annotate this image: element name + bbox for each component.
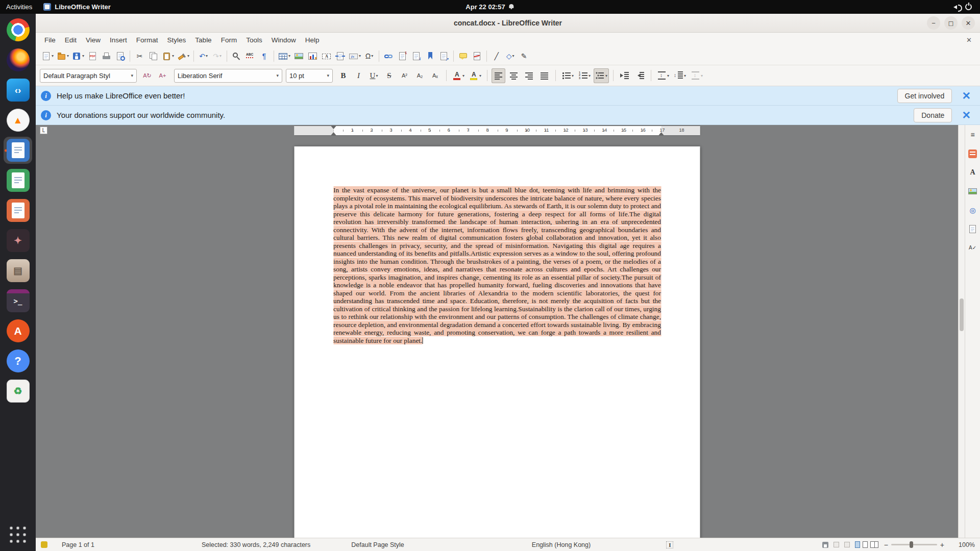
menu-tools[interactable]: Tools <box>241 34 267 46</box>
find-and-replace[interactable] <box>230 48 243 63</box>
align-center[interactable] <box>507 68 521 83</box>
libreoffice-calc-dock-item[interactable] <box>4 167 32 194</box>
document-page[interactable]: In the vast expanse of the universe, our… <box>294 146 700 538</box>
paragraph[interactable]: In the vast expanse of the universe, our… <box>333 186 661 344</box>
export-pdf[interactable] <box>86 48 100 63</box>
paragraph-spacing[interactable]: ▾ <box>655 68 671 83</box>
menu-window[interactable]: Window <box>267 34 301 46</box>
insert-bookmark[interactable] <box>423 48 437 63</box>
new-document[interactable]: ▾ <box>40 48 55 63</box>
word-count[interactable]: Selected: 330 words, 2,249 characters <box>202 541 310 548</box>
basic-shapes[interactable]: ◇▾ <box>503 48 517 63</box>
donate-button[interactable]: Donate <box>914 108 952 122</box>
maximize-button[interactable]: ◻ <box>944 16 958 30</box>
track-changes[interactable] <box>470 48 484 63</box>
scrollbar-thumb[interactable] <box>960 298 964 331</box>
new-style[interactable]: A+ <box>156 68 169 83</box>
insert-footnote[interactable] <box>396 48 409 63</box>
right-indent-marker[interactable] <box>658 132 664 135</box>
deck-navigator[interactable]: ◎ <box>967 204 979 216</box>
zoom-slider-thumb[interactable] <box>910 541 913 548</box>
get-involved-button[interactable]: Get involved <box>897 89 952 103</box>
menu-format[interactable]: Format <box>132 34 163 46</box>
unordered-list[interactable]: ▾ <box>560 68 575 83</box>
vertical-scrollbar[interactable] <box>958 125 965 538</box>
paste[interactable]: ▾ <box>160 48 176 63</box>
document-canvas[interactable]: In the vast expanse of the universe, our… <box>36 136 958 538</box>
close-infobar-icon[interactable]: ✕ <box>958 90 975 102</box>
undo[interactable]: ↶▾ <box>197 48 210 63</box>
insert-cross-reference[interactable] <box>437 48 451 63</box>
minimize-button[interactable]: − <box>927 16 940 30</box>
first-line-indent-marker[interactable] <box>331 126 336 129</box>
system-tray[interactable] <box>951 4 980 10</box>
dark-app-dock-item[interactable]: ✦ <box>4 227 32 254</box>
deck-gallery[interactable] <box>967 185 979 197</box>
font-size-combo[interactable]: 10 pt ▾ <box>286 69 333 83</box>
show-draw-functions[interactable]: ✎ <box>517 48 531 63</box>
deck-accessibility-check[interactable]: A✓ <box>967 242 979 254</box>
recycle-app-dock-item[interactable]: ♻ <box>4 378 32 405</box>
help-dock-item[interactable]: ? <box>4 347 32 374</box>
redo[interactable]: ↷▾ <box>210 48 224 63</box>
insert-page-break[interactable] <box>333 48 347 63</box>
libreoffice-impress-dock-item[interactable] <box>4 197 32 224</box>
cut[interactable]: ✂ <box>133 48 146 63</box>
zoom-level[interactable]: 100% <box>952 541 975 548</box>
formatting-marks[interactable]: ¶ <box>257 48 271 63</box>
page-count[interactable]: Page 1 of 1 <box>62 541 94 548</box>
selection-mode-icon[interactable]: I <box>666 541 673 548</box>
paragraph-style-combo[interactable]: Default Paragraph Styl ▾ <box>40 69 137 83</box>
insert-image[interactable] <box>292 48 306 63</box>
show-applications-button[interactable] <box>4 521 32 548</box>
italic[interactable]: I <box>352 68 365 83</box>
vscode-dock-item[interactable]: ‹› <box>4 77 32 104</box>
outline-list[interactable]: ▾ <box>594 68 609 83</box>
menu-table[interactable]: Table <box>190 34 216 46</box>
terminal-dock-item[interactable]: >_ <box>4 287 32 314</box>
align-justified[interactable] <box>537 68 551 83</box>
focused-app-menu[interactable]: LibreOffice Writer <box>43 3 111 11</box>
superscript[interactable]: A² <box>398 68 411 83</box>
insert-line[interactable]: ╱ <box>489 48 503 63</box>
sidebar-settings[interactable]: ≡ <box>967 129 979 141</box>
insert-table[interactable]: ▾ <box>277 48 292 63</box>
digital-signature-icon[interactable] <box>834 542 839 547</box>
book-view-button[interactable] <box>870 541 878 548</box>
print[interactable] <box>100 48 113 63</box>
insert-endnote[interactable] <box>409 48 423 63</box>
clone-formatting[interactable]: ▾ <box>176 48 191 63</box>
line-spacing[interactable]: ▾ <box>672 68 688 83</box>
menu-view[interactable]: View <box>81 34 105 46</box>
align-right[interactable] <box>522 68 536 83</box>
insert-text-box[interactable] <box>320 48 333 63</box>
insert-comment[interactable] <box>456 48 470 63</box>
bold[interactable]: B <box>336 68 350 83</box>
ubuntu-software-dock-item[interactable]: A <box>4 317 32 344</box>
deck-styles[interactable]: A <box>967 166 979 179</box>
menu-file[interactable]: File <box>40 34 60 46</box>
page-style[interactable]: Default Page Style <box>351 541 404 548</box>
zoom-slider[interactable] <box>891 544 937 545</box>
insert-special-character[interactable]: Ω▾ <box>362 48 376 63</box>
document-modified-icon[interactable] <box>822 542 828 548</box>
menu-form[interactable]: Form <box>216 34 242 46</box>
file-manager-dock-item[interactable]: ▤ <box>4 257 32 284</box>
firefox-dock-item[interactable] <box>4 46 32 73</box>
clock-button[interactable]: Apr 22 02:57 <box>465 3 514 11</box>
close-infobar-icon[interactable]: ✕ <box>958 109 975 121</box>
insert-chart[interactable] <box>306 48 320 63</box>
align-left[interactable] <box>492 68 505 83</box>
strikethrough[interactable]: S <box>382 68 396 83</box>
horizontal-ruler[interactable]: L 123456789101112131415161718 <box>36 125 958 136</box>
subscript[interactable]: A₂ <box>413 68 427 83</box>
zoom-out-button[interactable]: − <box>881 541 891 549</box>
save[interactable]: ▾ <box>70 48 86 63</box>
status-alert-icon[interactable] <box>41 541 47 548</box>
close-button[interactable]: ✕ <box>962 16 975 30</box>
menu-edit[interactable]: Edit <box>60 34 81 46</box>
text-language[interactable]: English (Hong Kong) <box>532 541 591 548</box>
copy[interactable] <box>146 48 160 63</box>
ordered-list[interactable]: ▾ <box>577 68 592 83</box>
menu-help[interactable]: Help <box>301 34 324 46</box>
